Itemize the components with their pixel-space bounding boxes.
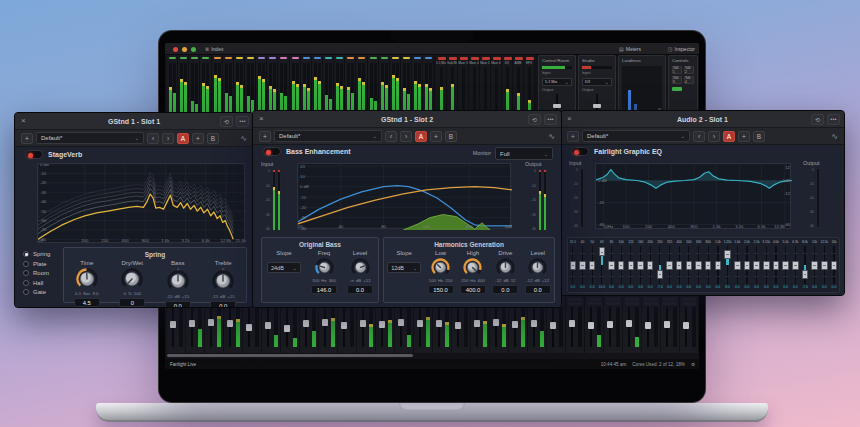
mixer-fader-strip[interactable] bbox=[661, 296, 680, 353]
eq-band-1.0k[interactable] bbox=[713, 245, 723, 285]
ab-compare-b-button[interactable]: B bbox=[753, 131, 765, 142]
more-options-icon[interactable]: ••• bbox=[544, 114, 557, 125]
add-preset-button[interactable]: + bbox=[21, 133, 33, 144]
slope-control[interactable]: Slope12dB⌄ bbox=[387, 250, 421, 273]
fader-handle[interactable] bbox=[626, 320, 633, 327]
reset-icon[interactable]: ⟲ bbox=[811, 114, 824, 125]
knob-level[interactable]: Level-∞dB+120.0 bbox=[347, 250, 373, 294]
knob-value[interactable]: 150.0 bbox=[428, 285, 454, 294]
fader-handle[interactable] bbox=[341, 322, 348, 329]
slider-handle[interactable] bbox=[570, 261, 577, 270]
slider-handle[interactable] bbox=[686, 261, 693, 270]
slider-handle[interactable] bbox=[579, 261, 586, 270]
reset-icon[interactable]: ⟲ bbox=[528, 114, 541, 125]
fader-handle[interactable] bbox=[531, 320, 538, 327]
slider-handle[interactable] bbox=[628, 261, 635, 270]
mixer-fader-strip[interactable] bbox=[566, 296, 585, 353]
slider-handle[interactable] bbox=[608, 261, 615, 270]
preset-dropdown[interactable]: Default*⌄ bbox=[582, 130, 690, 142]
ab-compare-a-button[interactable]: A bbox=[415, 131, 427, 142]
fader-handle[interactable] bbox=[493, 319, 500, 326]
gear-icon[interactable]: ⚙ bbox=[691, 362, 695, 367]
minimize-window-button[interactable] bbox=[182, 47, 187, 52]
mixer-channel-strip[interactable] bbox=[212, 55, 223, 119]
fader-handle[interactable] bbox=[607, 321, 614, 328]
fader-handle[interactable] bbox=[284, 325, 291, 332]
slider-handle[interactable] bbox=[724, 250, 731, 259]
slider-handle[interactable] bbox=[734, 261, 741, 270]
knob-value[interactable]: 0 bbox=[119, 298, 145, 307]
spline-icon[interactable]: ∿ bbox=[831, 132, 838, 141]
slider-handle[interactable] bbox=[647, 261, 654, 270]
knob-value[interactable]: 146.0 bbox=[311, 285, 337, 294]
knob-value[interactable]: 0.0 bbox=[210, 301, 236, 308]
slider-handle[interactable] bbox=[811, 261, 818, 270]
knob-treble[interactable]: Treble0-15dB+150.0 bbox=[210, 260, 236, 308]
slider-handle[interactable] bbox=[773, 261, 780, 270]
meters-button[interactable]: ▤Meters bbox=[619, 44, 641, 54]
mute-button[interactable] bbox=[482, 57, 490, 60]
mute-button[interactable] bbox=[438, 57, 446, 60]
reset-icon[interactable]: ⟲ bbox=[220, 116, 233, 127]
fader-handle[interactable] bbox=[303, 320, 310, 327]
slider-handle[interactable] bbox=[753, 261, 760, 270]
slider-handle[interactable] bbox=[589, 261, 596, 270]
mixer-fader-strip[interactable] bbox=[585, 296, 604, 353]
fader-handle[interactable] bbox=[398, 319, 405, 326]
slope-control[interactable]: Slope24dB⌄ bbox=[267, 250, 301, 273]
eq-band-200[interactable] bbox=[645, 245, 655, 285]
window-titlebar[interactable]: × Audio 2 - Slot 1 ⟲ ••• bbox=[561, 111, 844, 128]
monitor-dropdown[interactable]: Full⌄ bbox=[495, 147, 553, 160]
fader-handle[interactable] bbox=[455, 322, 462, 329]
plugin-bypass-toggle[interactable] bbox=[25, 150, 43, 159]
eq-band-100[interactable] bbox=[616, 245, 626, 285]
mixer-fader-strip[interactable] bbox=[642, 296, 661, 353]
more-options-icon[interactable]: ••• bbox=[236, 116, 249, 127]
knob-low[interactable]: Low100Hz250150.0 bbox=[428, 250, 454, 294]
fader-handle[interactable] bbox=[645, 322, 652, 329]
horizontal-scrollbar[interactable] bbox=[167, 354, 413, 357]
eq-band-80[interactable] bbox=[607, 245, 617, 285]
mixer-channel-strip[interactable] bbox=[178, 55, 189, 119]
knob-value[interactable]: 400.0 bbox=[460, 285, 486, 294]
knob-drive[interactable]: Drive-12dB120.0 bbox=[492, 250, 518, 294]
eq-band-6.3k[interactable] bbox=[790, 245, 800, 285]
eq-band-8.0k[interactable] bbox=[800, 245, 810, 285]
mute-button[interactable] bbox=[471, 57, 479, 60]
eq-band-50[interactable] bbox=[587, 245, 597, 285]
mode-radio[interactable] bbox=[23, 280, 29, 286]
fader-handle[interactable] bbox=[360, 320, 367, 327]
ab-copy-button[interactable]: + bbox=[192, 133, 204, 144]
eq-band-800[interactable] bbox=[703, 245, 713, 285]
mode-radio[interactable] bbox=[23, 261, 29, 267]
onair-indicator[interactable] bbox=[672, 87, 682, 91]
slider-handle[interactable] bbox=[763, 261, 770, 270]
mode-radio[interactable] bbox=[23, 289, 29, 295]
fader-handle[interactable] bbox=[512, 321, 519, 328]
plugin-bypass-toggle[interactable] bbox=[263, 147, 281, 156]
eq-band-315[interactable] bbox=[665, 245, 675, 285]
zoom-window-button[interactable] bbox=[191, 47, 196, 52]
slider-handle[interactable] bbox=[676, 261, 683, 270]
knob-high[interactable]: High250Hz400400.0 bbox=[460, 250, 486, 294]
knob-value[interactable]: 0.0 bbox=[525, 285, 551, 294]
mute-button[interactable] bbox=[515, 57, 523, 60]
previous-preset-button[interactable]: ‹ bbox=[385, 131, 397, 142]
fader-handle[interactable] bbox=[569, 320, 576, 327]
mixer-fader-strip[interactable] bbox=[680, 296, 699, 353]
preset-dropdown[interactable]: Default*⌄ bbox=[36, 132, 144, 144]
next-preset-button[interactable]: › bbox=[708, 131, 720, 142]
mode-item-room[interactable]: Room bbox=[23, 270, 50, 276]
eq-band-500[interactable] bbox=[684, 245, 694, 285]
mute-button[interactable] bbox=[504, 57, 512, 60]
mixer-fader-strip[interactable] bbox=[623, 296, 642, 353]
eq-band-1.25k[interactable] bbox=[723, 245, 733, 285]
add-preset-button[interactable]: + bbox=[259, 131, 271, 142]
close-icon[interactable]: × bbox=[21, 117, 26, 125]
previous-preset-button[interactable]: ‹ bbox=[693, 131, 705, 142]
fader-handle[interactable] bbox=[265, 322, 272, 329]
slider-handle[interactable] bbox=[715, 261, 722, 270]
fader-handle[interactable] bbox=[379, 321, 386, 328]
slider-handle[interactable] bbox=[599, 247, 606, 256]
slider-handle[interactable] bbox=[792, 261, 799, 270]
